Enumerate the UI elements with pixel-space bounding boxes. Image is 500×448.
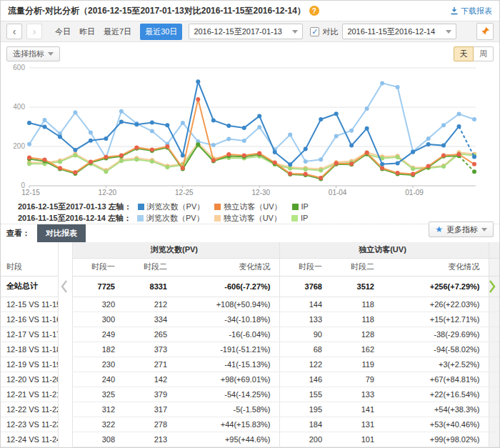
row-arrow-gutter: [489, 297, 500, 312]
uv-period2-value: 101: [331, 432, 383, 447]
legend-item[interactable]: 独立访客（UV）: [214, 213, 281, 224]
legend-item[interactable]: IP: [292, 202, 309, 211]
legend-label: 独立访客（UV）: [224, 201, 281, 212]
legend-swatch: [291, 215, 298, 221]
legend-item[interactable]: 独立访客（UV）: [214, 201, 281, 212]
row-spacer: [58, 432, 72, 447]
svg-text:600: 600: [13, 64, 25, 71]
chart-area: 020040060012-1512-2012-2512-3001-0401-09: [1, 64, 500, 199]
table-row: 12-18 VS 11-18182373-191(-51.21%)68162-9…: [1, 342, 500, 357]
select-metric-button[interactable]: 选择指标: [6, 46, 60, 61]
page-title: 流量分析-对比分析（2016-12-15至2017-01-13对比2016-11…: [8, 5, 306, 17]
legend-item[interactable]: IP: [291, 214, 308, 222]
row-label: 12-15 VS 11-15: [1, 297, 58, 312]
pv-period2-value: 271: [124, 357, 176, 372]
help-icon[interactable]: ?: [309, 6, 319, 16]
uv-period1-value: 155: [279, 387, 331, 402]
uv-change-value: +3(+2.52%): [383, 357, 489, 372]
pv-period1-value: 300: [72, 312, 124, 327]
pv-change-value: +108(+50.94%): [176, 297, 279, 312]
pin-button[interactable]: [476, 23, 494, 40]
row-label: 12-19 VS 11-19: [1, 357, 58, 372]
row-spacer: [58, 327, 72, 342]
uv-change-value: +54(+38.3%): [383, 402, 489, 417]
pv-change-value: +98(+69.01%): [176, 372, 279, 387]
row-spacer: [58, 417, 72, 432]
last30-button[interactable]: 最近30日: [140, 24, 182, 40]
compare-checkbox[interactable]: ✓: [310, 27, 319, 36]
date-range-value: 2016-12-15至2017-01-13: [194, 26, 282, 37]
legend-item[interactable]: 浏览次数（PV）: [138, 201, 205, 212]
uv-change-value: +67(+84.81%): [383, 372, 489, 387]
granularity-toggle: 天 周: [454, 46, 494, 61]
next-period-button[interactable]: ›: [26, 24, 42, 39]
row-label: 12-18 VS 11-18: [1, 342, 58, 357]
week-toggle[interactable]: 周: [474, 46, 494, 61]
group-header-pv: 浏览次数(PV): [72, 242, 279, 258]
legend-item[interactable]: 浏览次数（PV）: [137, 213, 204, 224]
date-toolbar: ‹ › 今日 昨日 最近7日 最近30日 2016-12-15至2017-01-…: [1, 21, 499, 42]
table-row: 12-15 VS 11-15320212+108(+50.94%)144118+…: [1, 297, 500, 312]
uv-period2-value: 162: [331, 342, 383, 357]
download-icon: [450, 6, 459, 15]
pv-change-value: -191(-51.21%): [176, 342, 279, 357]
today-button[interactable]: 今日: [55, 26, 71, 37]
row-arrow-gutter: [489, 402, 500, 417]
row-spacer: [58, 357, 72, 372]
more-metrics-label: 更多指标: [446, 224, 478, 235]
legend-row-period2: 2016-11-15至2016-12-14 左轴： 浏览次数（PV）独立访客（U…: [18, 212, 319, 224]
col-header-uv-change: 变化情况: [383, 258, 489, 276]
svg-text:12-25: 12-25: [175, 189, 194, 196]
pv-period1-value: 249: [72, 327, 124, 342]
table-row: 12-20 VS 11-20240142+98(+69.01%)14679+67…: [1, 372, 500, 387]
uv-period2-value: 141: [331, 402, 383, 417]
chart-controls: 选择指标 天 周: [6, 46, 494, 62]
row-label: 12-22 VS 11-22: [1, 402, 58, 417]
yesterday-button[interactable]: 昨日: [79, 26, 95, 37]
pv-change-value: -606(-7.27%): [176, 276, 279, 297]
scroll-columns-left-button[interactable]: [58, 276, 71, 297]
svg-text:400: 400: [13, 103, 25, 111]
uv-period2-value: 128: [331, 327, 383, 342]
traffic-compare-page: 流量分析-对比分析（2016-12-15至2017-01-13对比2016-11…: [0, 0, 500, 448]
row-label: 12-20 VS 11-20: [1, 372, 58, 387]
uv-period2-value: 131: [331, 417, 383, 432]
compare-range-select[interactable]: 2016-11-15至2016-12-14: [342, 24, 456, 39]
uv-period1-value: 146: [279, 372, 331, 387]
pv-period1-value: 325: [72, 387, 124, 402]
date-range-select[interactable]: 2016-12-15至2017-01-13: [189, 24, 303, 39]
pv-period1-value: 322: [72, 417, 124, 432]
chevron-down-icon: [446, 30, 451, 34]
row-arrow-gutter: [489, 432, 500, 447]
tab-compare-report[interactable]: 对比报表: [37, 224, 86, 242]
legend-period2-prefix: 2016-11-15至2016-12-14 左轴：: [18, 213, 131, 224]
row-spacer: [58, 312, 72, 327]
legend-label: 浏览次数（PV）: [147, 201, 205, 212]
uv-change-value: +53(+40.46%): [383, 417, 489, 432]
view-label: 查看：: [6, 228, 30, 239]
col-header-uv-period1: 时段一: [279, 258, 331, 276]
legend-period1-prefix: 2016-12-15至2017-01-13 左轴：: [18, 201, 132, 212]
pv-period1-value: 320: [72, 297, 124, 312]
row-spacer: [58, 387, 72, 402]
row-label: 12-16 VS 11-16: [1, 312, 58, 327]
table-row: 12-24 VS 11-24308213+95(+44.6%)200101+99…: [1, 432, 500, 447]
row-arrow-gutter: [489, 342, 500, 357]
uv-period1-value: 200: [279, 432, 331, 447]
row-label: 全站总计: [1, 276, 58, 297]
last7-button[interactable]: 最近7日: [104, 26, 131, 37]
download-report-link[interactable]: 下载报表: [450, 6, 492, 16]
star-icon: ★: [435, 224, 443, 234]
pv-period1-value: 230: [72, 357, 124, 372]
more-metrics-button[interactable]: ★ 更多指标: [429, 221, 494, 237]
group-header-uv: 独立访客(UV): [279, 242, 489, 258]
day-toggle[interactable]: 天: [454, 46, 474, 61]
col-header-uv-period2: 时段二: [331, 258, 383, 276]
chevron-right-icon: [488, 279, 496, 294]
scroll-columns-right-button[interactable]: [486, 276, 499, 297]
uv-period2-value: 133: [331, 387, 383, 402]
compare-checkbox-group: ✓ 对比: [310, 26, 338, 37]
prev-period-button[interactable]: ‹: [6, 24, 22, 39]
row-label: 12-23 VS 11-23: [1, 417, 58, 432]
legend-label: IP: [301, 214, 308, 222]
